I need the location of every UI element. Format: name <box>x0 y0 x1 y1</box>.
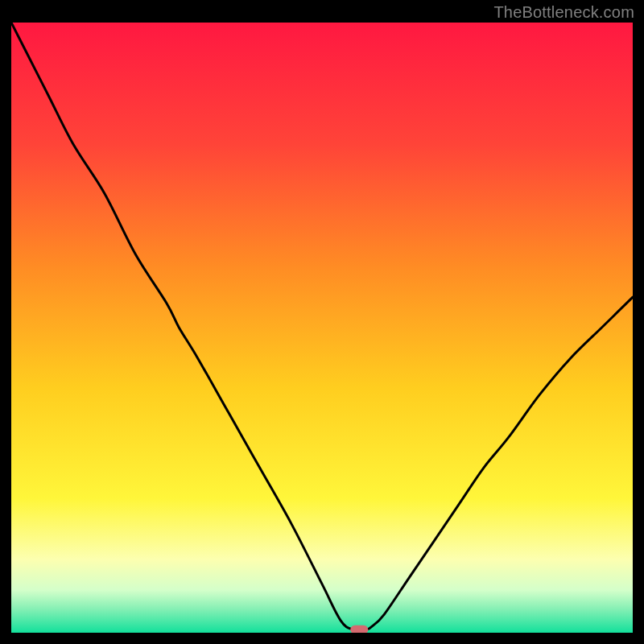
plot-background <box>11 23 633 633</box>
bottleneck-chart <box>11 23 633 633</box>
chart-frame: TheBottleneck.com <box>0 0 644 644</box>
watermark-text: TheBottleneck.com <box>493 3 634 22</box>
optimal-point-marker-icon <box>350 625 368 633</box>
